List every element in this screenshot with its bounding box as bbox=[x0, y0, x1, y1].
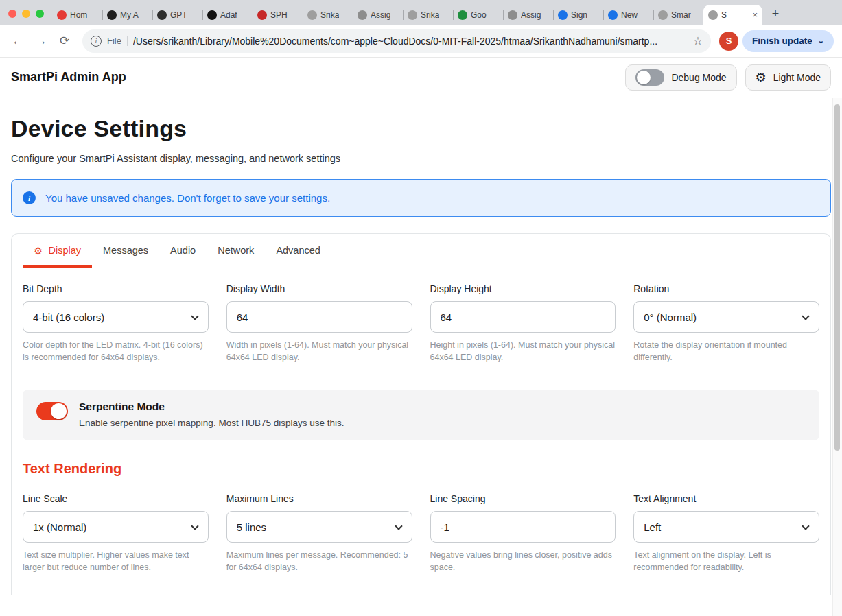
app-header: SmartPi Admin App Debug Mode ⚙ Light Mod… bbox=[0, 58, 842, 97]
field-label: Text Alignment bbox=[633, 493, 819, 504]
tab-favicon bbox=[658, 10, 668, 20]
field-maximum-lines: Maximum Lines 5 lines Maximum lines per … bbox=[226, 493, 412, 573]
tab-label: Display bbox=[48, 245, 81, 256]
field-help: Rotate the display orientation if mounte… bbox=[633, 339, 819, 364]
field-label: Rotation bbox=[633, 283, 819, 294]
field-display-width: Display Width Width in pixels (1-64). Mu… bbox=[226, 283, 412, 364]
selected-value: 4-bit (16 colors) bbox=[33, 311, 104, 323]
display-settings-icon: ⚙ bbox=[34, 246, 43, 256]
browser-tab[interactable]: Assig bbox=[353, 5, 403, 25]
tab-advanced[interactable]: Advanced bbox=[265, 234, 331, 268]
browser-tab-strip: Hom My A GPT Adaf SPH Srika Assig Srika … bbox=[0, 0, 842, 25]
field-label: Bit Depth bbox=[23, 283, 209, 294]
browser-tab[interactable]: Hom bbox=[52, 5, 102, 25]
tab-network[interactable]: Network bbox=[207, 234, 265, 268]
browser-tab[interactable]: New bbox=[603, 5, 653, 25]
new-tab-button[interactable]: + bbox=[767, 5, 784, 23]
unsaved-changes-banner: i You have unsaved changes. Don't forget… bbox=[11, 179, 831, 217]
tab-favicon bbox=[257, 10, 267, 20]
debug-mode-control[interactable]: Debug Mode bbox=[625, 64, 736, 91]
chevron-down-icon bbox=[191, 523, 198, 530]
rotation-select[interactable]: 0° (Normal) bbox=[633, 301, 819, 333]
window-controls bbox=[5, 10, 52, 25]
field-rotation: Rotation 0° (Normal) Rotate the display … bbox=[633, 283, 819, 364]
toggle-knob bbox=[51, 403, 67, 419]
tab-display[interactable]: ⚙ Display bbox=[23, 234, 92, 268]
settings-card: ⚙ Display Messages Audio Network Advance… bbox=[11, 233, 831, 595]
debug-mode-toggle[interactable] bbox=[635, 69, 664, 86]
selected-value: 0° (Normal) bbox=[644, 311, 697, 323]
chevron-down-icon bbox=[395, 523, 402, 530]
browser-tab-active[interactable]: S× bbox=[703, 5, 762, 25]
tab-close-icon[interactable]: × bbox=[752, 10, 758, 19]
field-display-height: Display Height Height in pixels (1-64). … bbox=[430, 283, 616, 364]
browser-tab[interactable]: Smar bbox=[653, 5, 703, 25]
main-content: Device Settings Configure your SmartPi A… bbox=[0, 115, 842, 595]
window-minimize-button[interactable] bbox=[22, 10, 30, 18]
selected-value: 1x (Normal) bbox=[33, 521, 86, 533]
bit-depth-select[interactable]: 4-bit (16 colors) bbox=[23, 301, 209, 333]
field-help: Text alignment on the display. Left is r… bbox=[633, 549, 819, 573]
serpentine-mode-label: Serpentine Mode bbox=[79, 401, 344, 413]
tab-favicon bbox=[408, 10, 417, 20]
address-bar[interactable]: i File /Users/srikanth/Library/Mobile%20… bbox=[82, 29, 711, 53]
banner-text: You have unsaved changes. Don't forget t… bbox=[45, 192, 330, 204]
scrollbar-thumb[interactable] bbox=[834, 104, 840, 451]
tab-favicon bbox=[708, 10, 718, 20]
line-scale-select[interactable]: 1x (Normal) bbox=[23, 511, 209, 543]
reload-button[interactable]: ⟳ bbox=[55, 32, 74, 51]
chevron-down-icon bbox=[802, 312, 809, 320]
browser-tabs: Hom My A GPT Adaf SPH Srika Assig Srika … bbox=[52, 0, 762, 25]
tab-favicon bbox=[558, 10, 568, 20]
browser-tab[interactable]: Adaf bbox=[202, 5, 253, 25]
field-label: Line Scale bbox=[23, 493, 209, 504]
browser-tab[interactable]: Srika bbox=[403, 5, 453, 25]
finish-update-label: Finish update bbox=[752, 36, 812, 46]
chevron-down-icon bbox=[191, 312, 198, 320]
tab-favicon bbox=[107, 10, 117, 20]
browser-tab[interactable]: Assig bbox=[503, 5, 553, 25]
line-spacing-input[interactable] bbox=[430, 511, 616, 543]
text-alignment-select[interactable]: Left bbox=[633, 511, 819, 543]
serpentine-mode-row: Serpentine Mode Enable serpentine pixel … bbox=[23, 390, 819, 440]
browser-tab[interactable]: Sign bbox=[553, 5, 603, 25]
tab-audio[interactable]: Audio bbox=[159, 234, 207, 268]
browser-tab[interactable]: Goo bbox=[453, 5, 503, 25]
browser-tab[interactable]: SPH bbox=[253, 5, 303, 25]
display-width-input[interactable] bbox=[226, 301, 412, 333]
field-line-spacing: Line Spacing Negative values bring lines… bbox=[430, 493, 616, 573]
back-button[interactable]: ← bbox=[8, 32, 27, 51]
field-help: Negative values bring lines closer, posi… bbox=[430, 549, 616, 573]
settings-tabs: ⚙ Display Messages Audio Network Advance… bbox=[12, 234, 830, 268]
field-text-alignment: Text Alignment Left Text alignment on th… bbox=[633, 493, 819, 573]
tab-label: Messages bbox=[103, 245, 148, 256]
page-info-icon[interactable]: i bbox=[91, 36, 102, 47]
light-mode-button[interactable]: ⚙ Light Mode bbox=[745, 64, 831, 91]
window-close-button[interactable] bbox=[8, 10, 16, 18]
finish-update-button[interactable]: Finish update ⌄ bbox=[742, 30, 834, 52]
browser-tab[interactable]: My A bbox=[102, 5, 152, 25]
tab-favicon bbox=[57, 10, 67, 20]
browser-tab[interactable]: GPT bbox=[152, 5, 202, 25]
serpentine-mode-help: Enable serpentine pixel mapping. Most HU… bbox=[79, 418, 344, 428]
display-height-input[interactable] bbox=[430, 301, 616, 333]
maximum-lines-select[interactable]: 5 lines bbox=[226, 511, 412, 543]
tab-favicon bbox=[358, 10, 367, 20]
browser-tab[interactable]: Srika bbox=[303, 5, 353, 25]
debug-mode-label: Debug Mode bbox=[671, 72, 726, 83]
gear-icon: ⚙ bbox=[756, 71, 767, 84]
selected-value: 5 lines bbox=[237, 521, 266, 533]
field-bit-depth: Bit Depth 4-bit (16 colors) Color depth … bbox=[23, 283, 209, 364]
window-zoom-button[interactable] bbox=[36, 10, 44, 18]
serpentine-mode-toggle[interactable] bbox=[36, 402, 68, 420]
tab-favicon bbox=[458, 10, 467, 20]
bookmark-star-icon[interactable]: ☆ bbox=[693, 34, 703, 47]
field-label: Maximum Lines bbox=[226, 493, 412, 504]
text-rendering-grid: Line Scale 1x (Normal) Text size multipl… bbox=[12, 478, 830, 594]
profile-avatar[interactable]: S bbox=[719, 32, 738, 51]
page-subtitle: Configure your SmartPi Assistant display… bbox=[11, 153, 831, 164]
toggle-knob bbox=[637, 71, 651, 84]
forward-button[interactable]: → bbox=[32, 32, 51, 51]
tab-messages[interactable]: Messages bbox=[92, 234, 159, 268]
tab-favicon bbox=[157, 10, 167, 20]
